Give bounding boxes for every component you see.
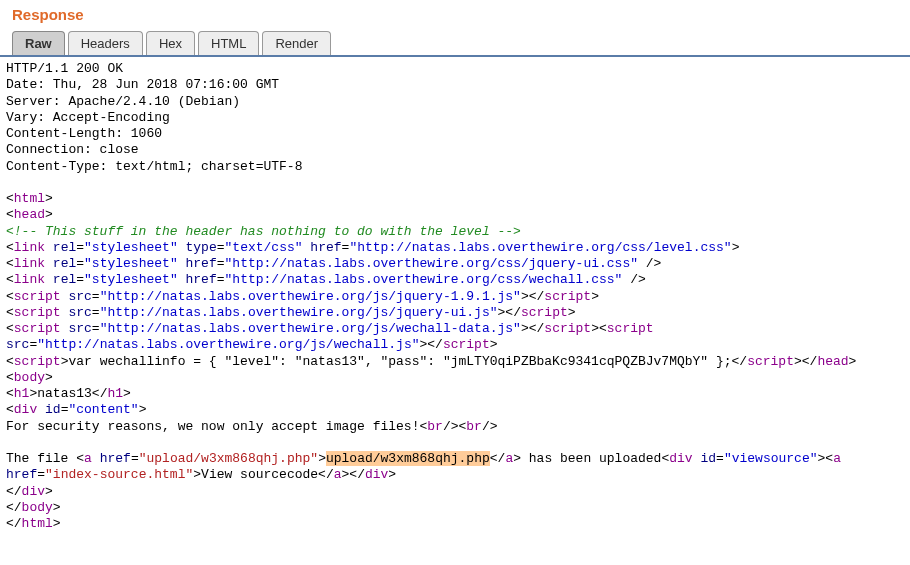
attr-href: href bbox=[310, 240, 341, 255]
eq: = bbox=[76, 240, 84, 255]
sp bbox=[178, 272, 186, 287]
tag-div: div bbox=[669, 451, 692, 466]
tab-hex[interactable]: Hex bbox=[146, 31, 195, 55]
attr-src: src bbox=[68, 305, 91, 320]
eq: = bbox=[217, 240, 225, 255]
thefile-pre: The file bbox=[6, 451, 76, 466]
attr-id: id bbox=[45, 402, 61, 417]
eq: = bbox=[217, 272, 225, 287]
gt: > bbox=[521, 321, 529, 336]
lt: < bbox=[6, 272, 14, 287]
attr-src: src bbox=[6, 337, 29, 352]
tab-raw[interactable]: Raw bbox=[12, 31, 65, 55]
gt: > bbox=[45, 191, 53, 206]
val-stylesheet: "stylesheet" bbox=[84, 272, 178, 287]
sp bbox=[37, 402, 45, 417]
attr-id: id bbox=[700, 451, 716, 466]
eq: = bbox=[217, 256, 225, 271]
val-js-jquery: "http://natas.labs.overthewire.org/js/jq… bbox=[100, 289, 521, 304]
tab-render[interactable]: Render bbox=[262, 31, 331, 55]
gt: > bbox=[123, 386, 131, 401]
sp bbox=[45, 256, 53, 271]
val-textcss: "text/css" bbox=[225, 240, 303, 255]
tag-html: html bbox=[22, 516, 53, 531]
val-stylesheet: "stylesheet" bbox=[84, 240, 178, 255]
tag-script: script bbox=[521, 305, 568, 320]
eq: = bbox=[76, 272, 84, 287]
indexsource-href: "index-source.html" bbox=[45, 467, 193, 482]
tab-headers[interactable]: Headers bbox=[68, 31, 143, 55]
sp bbox=[638, 256, 646, 271]
val-css-jqueryui: "http://natas.labs.overthewire.org/css/j… bbox=[225, 256, 638, 271]
gt: > bbox=[45, 207, 53, 222]
attr-type: type bbox=[186, 240, 217, 255]
tag-script: script bbox=[544, 321, 591, 336]
http-connection: Connection: close bbox=[6, 142, 139, 157]
attr-href: href bbox=[6, 467, 37, 482]
selfclose: /> bbox=[630, 272, 646, 287]
tag-link: link bbox=[14, 256, 45, 271]
tab-html[interactable]: HTML bbox=[198, 31, 259, 55]
gt: > bbox=[53, 516, 61, 531]
closelt: </ bbox=[318, 467, 334, 482]
eq: = bbox=[37, 467, 45, 482]
sec-text: For security reasons, we now only accept… bbox=[6, 419, 419, 434]
tag-link: link bbox=[14, 272, 45, 287]
lt: < bbox=[6, 321, 14, 336]
tag-script: script bbox=[14, 321, 61, 336]
eq: = bbox=[131, 451, 139, 466]
tag-br: br bbox=[466, 419, 482, 434]
closelt: </ bbox=[6, 516, 22, 531]
lt: < bbox=[6, 256, 14, 271]
tag-div: div bbox=[22, 484, 45, 499]
http-vary: Vary: Accept-Encoding bbox=[6, 110, 170, 125]
val-js-wechalldata: "http://natas.labs.overthewire.org/js/we… bbox=[100, 321, 521, 336]
tag-html: html bbox=[14, 191, 45, 206]
tag-script: script bbox=[607, 321, 654, 336]
attr-href: href bbox=[100, 451, 131, 466]
upload-link-text[interactable]: upload/w3xm868qhj.php bbox=[326, 451, 490, 466]
val-content: "content" bbox=[68, 402, 138, 417]
http-date: Date: Thu, 28 Jun 2018 07:16:00 GMT bbox=[6, 77, 279, 92]
lt: < bbox=[6, 191, 14, 206]
http-content-length: Content-Length: 1060 bbox=[6, 126, 162, 141]
attr-rel: rel bbox=[53, 240, 76, 255]
selfclose: /> bbox=[646, 256, 662, 271]
closelt: </ bbox=[802, 354, 818, 369]
closelt: </ bbox=[505, 305, 521, 320]
lt: < bbox=[825, 451, 833, 466]
tag-body: body bbox=[14, 370, 45, 385]
gt: > bbox=[45, 370, 53, 385]
wechallinfo: var wechallinfo = { "level": "natas13", … bbox=[68, 354, 731, 369]
tag-h1: h1 bbox=[14, 386, 30, 401]
gt: > bbox=[794, 354, 802, 369]
lt: < bbox=[599, 321, 607, 336]
gt: > bbox=[521, 289, 529, 304]
lt: < bbox=[6, 240, 14, 255]
tag-script: script bbox=[14, 354, 61, 369]
gt: > bbox=[318, 451, 326, 466]
selfclose: /> bbox=[482, 419, 498, 434]
gt: > bbox=[849, 354, 857, 369]
closelt: </ bbox=[529, 321, 545, 336]
closelt: </ bbox=[732, 354, 748, 369]
sp bbox=[178, 240, 186, 255]
raw-content[interactable]: HTTP/1.1 200 OK Date: Thu, 28 Jun 2018 0… bbox=[0, 57, 910, 536]
closelt: </ bbox=[529, 289, 545, 304]
lt: < bbox=[6, 402, 14, 417]
closelt: </ bbox=[427, 337, 443, 352]
upload-href: "upload/w3xm868qhj.php" bbox=[139, 451, 318, 466]
eq: = bbox=[92, 321, 100, 336]
tag-script: script bbox=[544, 289, 591, 304]
tag-a: a bbox=[84, 451, 92, 466]
http-server: Server: Apache/2.4.10 (Debian) bbox=[6, 94, 240, 109]
attr-href: href bbox=[186, 256, 217, 271]
tab-bar: Raw Headers Hex HTML Render bbox=[0, 31, 910, 57]
tag-a: a bbox=[334, 467, 342, 482]
tag-script: script bbox=[443, 337, 490, 352]
closelt: </ bbox=[349, 467, 365, 482]
tag-h1: h1 bbox=[107, 386, 123, 401]
tag-script: script bbox=[14, 305, 61, 320]
lt: < bbox=[6, 386, 14, 401]
attr-src: src bbox=[68, 321, 91, 336]
